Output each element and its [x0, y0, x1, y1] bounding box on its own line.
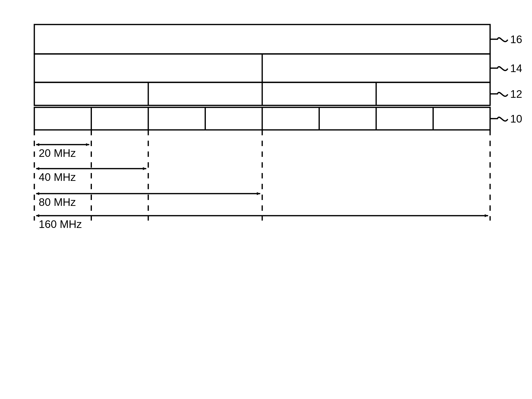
- bandwidth-diagram: 1614121020 MHz40 MHz80 MHz160 MHz: [0, 0, 532, 399]
- dimension-label: 80 MHz: [39, 196, 76, 208]
- callout-leader: [490, 117, 508, 121]
- callout-leader: [490, 38, 508, 41]
- callout-leader: [490, 67, 508, 70]
- dimension-label: 40 MHz: [39, 171, 76, 183]
- dimension-label: 160 MHz: [39, 218, 82, 230]
- reference-number: 12: [510, 88, 522, 100]
- reference-number: 10: [510, 113, 522, 125]
- dimension-label: 20 MHz: [39, 147, 76, 159]
- reference-number: 16: [510, 33, 522, 45]
- channel-row: [34, 25, 490, 54]
- reference-number: 14: [510, 62, 522, 74]
- callout-leader: [490, 92, 508, 96]
